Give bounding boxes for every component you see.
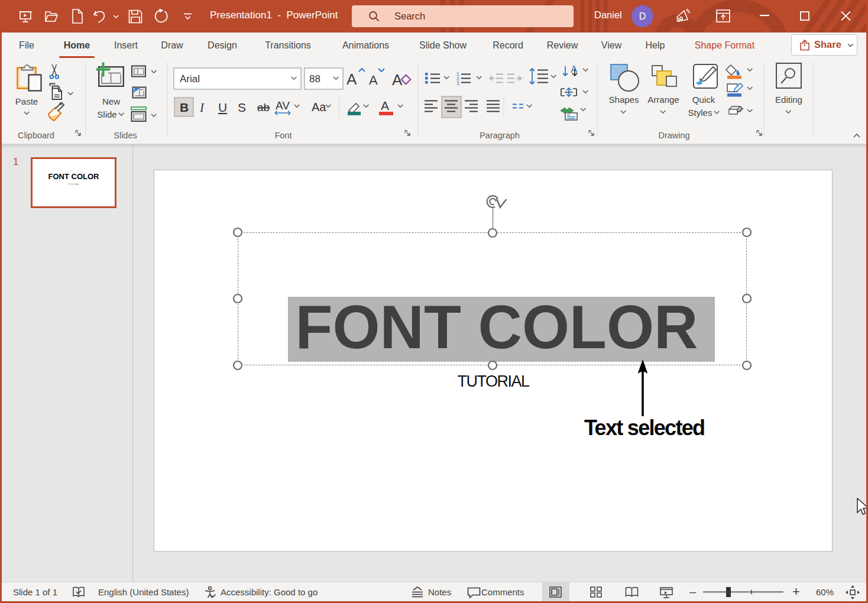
svg-text:A: A xyxy=(369,73,378,87)
svg-text:Arrange: Arrange xyxy=(647,95,679,105)
svg-text:Paragraph: Paragraph xyxy=(480,131,520,140)
svg-text:Quick: Quick xyxy=(692,95,715,105)
svg-text:S: S xyxy=(238,100,246,114)
svg-text:Drawing: Drawing xyxy=(658,131,689,140)
svg-text:Clipboard: Clipboard xyxy=(18,131,54,140)
svg-text:3: 3 xyxy=(456,80,459,86)
svg-text:New: New xyxy=(102,96,120,106)
svg-text:I: I xyxy=(199,100,205,115)
svg-text:AV: AV xyxy=(276,99,290,112)
svg-text:Arial: Arial xyxy=(180,73,200,85)
svg-text:Font: Font xyxy=(274,131,292,140)
svg-text:ab: ab xyxy=(257,101,270,114)
svg-text:A: A xyxy=(381,99,389,112)
svg-text:Slide: Slide xyxy=(97,109,116,119)
svg-text:Aa: Aa xyxy=(312,100,326,114)
svg-text:Slides: Slides xyxy=(114,131,137,140)
svg-text:Paste: Paste xyxy=(15,96,38,106)
svg-text:A: A xyxy=(346,70,357,88)
svg-text:U: U xyxy=(218,100,227,114)
svg-text:Shapes: Shapes xyxy=(609,95,639,105)
svg-text:Editing: Editing xyxy=(775,95,802,105)
svg-text:B: B xyxy=(180,100,189,114)
svg-text:88: 88 xyxy=(309,73,320,85)
svg-text:Styles: Styles xyxy=(688,108,712,118)
